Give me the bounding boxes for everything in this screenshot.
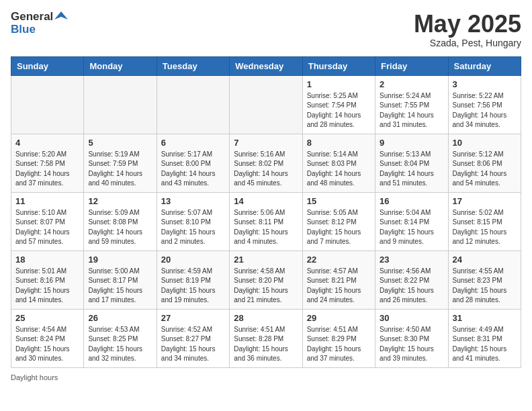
sunset-text: Sunset: 8:24 PM — [15, 335, 65, 342]
day-info: Sunrise: 5:22 AMSunset: 7:56 PMDaylight:… — [453, 91, 517, 130]
daylight-text: Daylight: 14 hours and 28 minutes. — [307, 111, 361, 129]
sunrise-text: Sunrise: 5:14 AM — [307, 150, 358, 158]
day-number: 28 — [234, 313, 298, 323]
sunrise-text: Sunrise: 4:52 AM — [161, 326, 212, 333]
svg-marker-0 — [54, 11, 68, 19]
sunrise-text: Sunrise: 5:02 AM — [453, 209, 504, 216]
daylight-text: Daylight: 14 hours and 54 minutes. — [453, 170, 507, 187]
daylight-text: Daylight: 14 hours and 34 minutes. — [453, 111, 507, 129]
sunset-text: Sunset: 8:15 PM — [453, 218, 502, 226]
calendar-cell: 15Sunrise: 5:05 AMSunset: 8:12 PMDayligh… — [302, 192, 375, 250]
calendar-title: May 2025 — [414, 11, 521, 38]
week-row-2: 4Sunrise: 5:20 AMSunset: 7:58 PMDaylight… — [11, 134, 521, 192]
day-number: 30 — [380, 313, 443, 323]
sunset-text: Sunset: 8:11 PM — [234, 218, 283, 226]
sunrise-text: Sunrise: 5:19 AM — [88, 150, 139, 158]
day-number: 17 — [453, 196, 517, 206]
day-number: 12 — [88, 196, 152, 206]
header-monday: Monday — [84, 56, 157, 75]
calendar-cell: 1Sunrise: 5:25 AMSunset: 7:54 PMDaylight… — [302, 75, 375, 134]
sunrise-text: Sunrise: 4:51 AM — [307, 326, 358, 333]
day-number: 9 — [380, 138, 443, 148]
daylight-text: Daylight: 15 hours and 7 minutes. — [307, 228, 361, 246]
day-info: Sunrise: 5:01 AMSunset: 8:16 PMDaylight:… — [15, 267, 79, 306]
calendar-cell: 8Sunrise: 5:14 AMSunset: 8:03 PMDaylight… — [302, 134, 375, 192]
sunset-text: Sunset: 8:07 PM — [15, 218, 65, 226]
day-info: Sunrise: 5:00 AMSunset: 8:17 PMDaylight:… — [88, 267, 152, 306]
weekday-header-row: SundayMondayTuesdayWednesdayThursdayFrid… — [11, 56, 521, 75]
day-info: Sunrise: 5:05 AMSunset: 8:12 PMDaylight:… — [307, 208, 371, 247]
day-info: Sunrise: 5:04 AMSunset: 8:14 PMDaylight:… — [380, 208, 443, 247]
calendar-cell: 29Sunrise: 4:51 AMSunset: 8:29 PMDayligh… — [302, 309, 375, 367]
day-number: 13 — [161, 196, 225, 206]
calendar-cell: 20Sunrise: 4:59 AMSunset: 8:19 PMDayligh… — [157, 250, 229, 309]
day-number: 20 — [161, 255, 225, 265]
day-info: Sunrise: 5:12 AMSunset: 8:06 PMDaylight:… — [453, 150, 517, 189]
sunset-text: Sunset: 7:55 PM — [380, 101, 429, 109]
sunrise-text: Sunrise: 4:54 AM — [15, 326, 66, 333]
sunset-text: Sunset: 8:28 PM — [234, 335, 283, 342]
calendar-cell: 18Sunrise: 5:01 AMSunset: 8:16 PMDayligh… — [11, 250, 84, 309]
day-number: 8 — [307, 138, 371, 148]
sunset-text: Sunset: 8:14 PM — [380, 218, 429, 226]
day-info: Sunrise: 5:14 AMSunset: 8:03 PMDaylight:… — [307, 150, 371, 189]
calendar-cell: 11Sunrise: 5:10 AMSunset: 8:07 PMDayligh… — [11, 192, 84, 250]
sunrise-text: Sunrise: 4:53 AM — [88, 326, 139, 333]
calendar-cell: 31Sunrise: 4:49 AMSunset: 8:31 PMDayligh… — [448, 309, 521, 367]
sunrise-text: Sunrise: 5:12 AM — [453, 150, 504, 158]
calendar-cell: 23Sunrise: 4:56 AMSunset: 8:22 PMDayligh… — [375, 250, 448, 309]
calendar-cell: 24Sunrise: 4:55 AMSunset: 8:23 PMDayligh… — [448, 250, 521, 309]
daylight-text: Daylight: 15 hours and 39 minutes. — [380, 345, 434, 363]
day-info: Sunrise: 4:53 AMSunset: 8:25 PMDaylight:… — [88, 325, 152, 364]
day-number: 22 — [307, 255, 371, 265]
sunset-text: Sunset: 7:56 PM — [453, 101, 502, 109]
logo-text-block: General Blue — [11, 11, 68, 36]
day-number: 23 — [380, 255, 443, 265]
sunrise-text: Sunrise: 5:07 AM — [161, 209, 212, 216]
sunset-text: Sunset: 8:22 PM — [380, 277, 429, 284]
calendar-cell: 5Sunrise: 5:19 AMSunset: 7:59 PMDaylight… — [84, 134, 157, 192]
day-info: Sunrise: 4:57 AMSunset: 8:21 PMDaylight:… — [307, 267, 371, 306]
calendar-cell: 19Sunrise: 5:00 AMSunset: 8:17 PMDayligh… — [84, 250, 157, 309]
daylight-text: Daylight: 14 hours and 40 minutes. — [88, 170, 142, 187]
day-info: Sunrise: 4:52 AMSunset: 8:27 PMDaylight:… — [161, 325, 225, 364]
daylight-text: Daylight: 15 hours and 37 minutes. — [307, 345, 361, 363]
daylight-text: Daylight: 14 hours and 48 minutes. — [307, 170, 361, 187]
logo-general: General — [11, 11, 53, 24]
calendar-cell: 21Sunrise: 4:58 AMSunset: 8:20 PMDayligh… — [230, 250, 302, 309]
sunset-text: Sunset: 8:03 PM — [307, 160, 357, 167]
calendar-subtitle: Szada, Pest, Hungary — [414, 38, 521, 48]
logo-blue: Blue — [11, 24, 68, 36]
daylight-text: Daylight: 15 hours and 30 minutes. — [15, 345, 70, 363]
sunrise-text: Sunrise: 5:04 AM — [380, 209, 431, 216]
day-number: 2 — [380, 79, 443, 89]
sunrise-text: Sunrise: 5:13 AM — [380, 150, 431, 158]
calendar-cell: 10Sunrise: 5:12 AMSunset: 8:06 PMDayligh… — [448, 134, 521, 192]
calendar-cell — [157, 75, 229, 134]
day-info: Sunrise: 5:07 AMSunset: 8:10 PMDaylight:… — [161, 208, 225, 247]
daylight-text: Daylight: 14 hours and 57 minutes. — [15, 228, 70, 246]
day-number: 14 — [234, 196, 298, 206]
page-header: General Blue May 2025 Szada, Pest, Hunga… — [11, 11, 521, 48]
footer-note: Daylight hours — [11, 373, 521, 381]
day-number: 1 — [307, 79, 371, 89]
calendar-cell: 6Sunrise: 5:17 AMSunset: 8:00 PMDaylight… — [157, 134, 229, 192]
sunset-text: Sunset: 8:19 PM — [161, 277, 211, 284]
sunrise-text: Sunrise: 4:57 AM — [307, 267, 358, 275]
calendar-cell: 16Sunrise: 5:04 AMSunset: 8:14 PMDayligh… — [375, 192, 448, 250]
week-row-1: 1Sunrise: 5:25 AMSunset: 7:54 PMDaylight… — [11, 75, 521, 134]
sunset-text: Sunset: 8:04 PM — [380, 160, 429, 167]
header-tuesday: Tuesday — [157, 56, 229, 75]
week-row-5: 25Sunrise: 4:54 AMSunset: 8:24 PMDayligh… — [11, 309, 521, 367]
day-number: 15 — [307, 196, 371, 206]
sunset-text: Sunset: 8:27 PM — [161, 335, 211, 342]
daylight-text: Daylight: 15 hours and 12 minutes. — [453, 228, 507, 246]
calendar-cell: 3Sunrise: 5:22 AMSunset: 7:56 PMDaylight… — [448, 75, 521, 134]
header-saturday: Saturday — [448, 56, 521, 75]
sunset-text: Sunset: 8:10 PM — [161, 218, 211, 226]
day-number: 3 — [453, 79, 517, 89]
calendar-cell: 13Sunrise: 5:07 AMSunset: 8:10 PMDayligh… — [157, 192, 229, 250]
day-info: Sunrise: 5:13 AMSunset: 8:04 PMDaylight:… — [380, 150, 443, 189]
sunrise-text: Sunrise: 5:22 AM — [453, 92, 504, 99]
sunrise-text: Sunrise: 4:58 AM — [234, 267, 285, 275]
